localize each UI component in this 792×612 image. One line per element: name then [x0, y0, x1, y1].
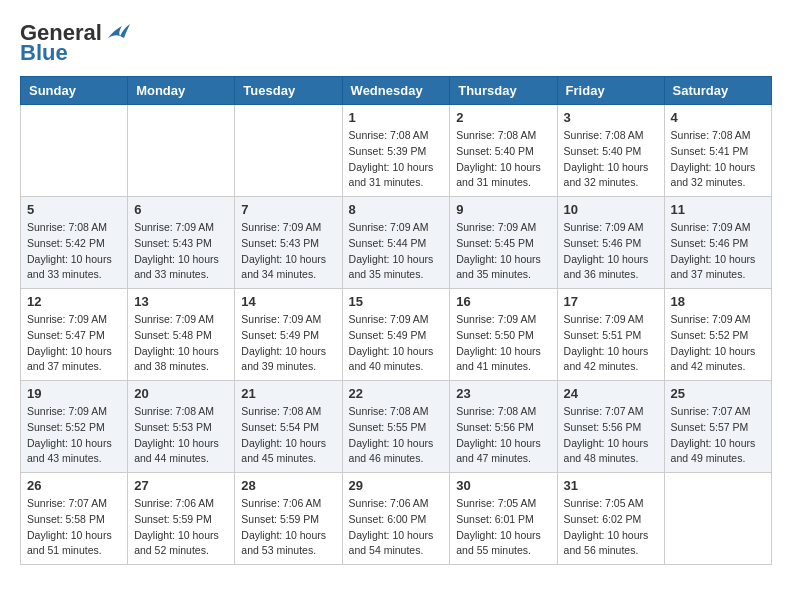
day-info: Sunrise: 7:09 AM Sunset: 5:51 PM Dayligh…: [564, 312, 658, 375]
day-number: 21: [241, 386, 335, 401]
day-number: 18: [671, 294, 765, 309]
page-header: General Blue: [20, 20, 772, 66]
day-number: 20: [134, 386, 228, 401]
calendar-cell: 28Sunrise: 7:06 AM Sunset: 5:59 PM Dayli…: [235, 473, 342, 565]
calendar-cell: 26Sunrise: 7:07 AM Sunset: 5:58 PM Dayli…: [21, 473, 128, 565]
day-info: Sunrise: 7:09 AM Sunset: 5:43 PM Dayligh…: [134, 220, 228, 283]
day-info: Sunrise: 7:08 AM Sunset: 5:40 PM Dayligh…: [564, 128, 658, 191]
calendar-cell: 15Sunrise: 7:09 AM Sunset: 5:49 PM Dayli…: [342, 289, 450, 381]
calendar-cell: 17Sunrise: 7:09 AM Sunset: 5:51 PM Dayli…: [557, 289, 664, 381]
day-info: Sunrise: 7:07 AM Sunset: 5:56 PM Dayligh…: [564, 404, 658, 467]
calendar-cell: 20Sunrise: 7:08 AM Sunset: 5:53 PM Dayli…: [128, 381, 235, 473]
calendar-cell: 8Sunrise: 7:09 AM Sunset: 5:44 PM Daylig…: [342, 197, 450, 289]
calendar-body: 1Sunrise: 7:08 AM Sunset: 5:39 PM Daylig…: [21, 105, 772, 565]
day-info: Sunrise: 7:09 AM Sunset: 5:44 PM Dayligh…: [349, 220, 444, 283]
day-info: Sunrise: 7:08 AM Sunset: 5:40 PM Dayligh…: [456, 128, 550, 191]
day-number: 24: [564, 386, 658, 401]
calendar-cell: 29Sunrise: 7:06 AM Sunset: 6:00 PM Dayli…: [342, 473, 450, 565]
calendar-cell: 16Sunrise: 7:09 AM Sunset: 5:50 PM Dayli…: [450, 289, 557, 381]
calendar-cell: 11Sunrise: 7:09 AM Sunset: 5:46 PM Dayli…: [664, 197, 771, 289]
day-number: 16: [456, 294, 550, 309]
day-info: Sunrise: 7:09 AM Sunset: 5:47 PM Dayligh…: [27, 312, 121, 375]
day-number: 6: [134, 202, 228, 217]
day-number: 29: [349, 478, 444, 493]
day-info: Sunrise: 7:08 AM Sunset: 5:39 PM Dayligh…: [349, 128, 444, 191]
calendar-table: SundayMondayTuesdayWednesdayThursdayFrid…: [20, 76, 772, 565]
weekday-header-tuesday: Tuesday: [235, 77, 342, 105]
day-number: 30: [456, 478, 550, 493]
day-info: Sunrise: 7:09 AM Sunset: 5:49 PM Dayligh…: [349, 312, 444, 375]
calendar-cell: 10Sunrise: 7:09 AM Sunset: 5:46 PM Dayli…: [557, 197, 664, 289]
day-info: Sunrise: 7:05 AM Sunset: 6:02 PM Dayligh…: [564, 496, 658, 559]
calendar-week-5: 26Sunrise: 7:07 AM Sunset: 5:58 PM Dayli…: [21, 473, 772, 565]
day-number: 5: [27, 202, 121, 217]
calendar-cell: 1Sunrise: 7:08 AM Sunset: 5:39 PM Daylig…: [342, 105, 450, 197]
calendar-week-4: 19Sunrise: 7:09 AM Sunset: 5:52 PM Dayli…: [21, 381, 772, 473]
calendar-week-1: 1Sunrise: 7:08 AM Sunset: 5:39 PM Daylig…: [21, 105, 772, 197]
calendar-cell: 27Sunrise: 7:06 AM Sunset: 5:59 PM Dayli…: [128, 473, 235, 565]
calendar-cell: 25Sunrise: 7:07 AM Sunset: 5:57 PM Dayli…: [664, 381, 771, 473]
calendar-cell: 9Sunrise: 7:09 AM Sunset: 5:45 PM Daylig…: [450, 197, 557, 289]
calendar-cell: 4Sunrise: 7:08 AM Sunset: 5:41 PM Daylig…: [664, 105, 771, 197]
day-number: 3: [564, 110, 658, 125]
day-number: 8: [349, 202, 444, 217]
day-number: 9: [456, 202, 550, 217]
calendar-cell: 23Sunrise: 7:08 AM Sunset: 5:56 PM Dayli…: [450, 381, 557, 473]
calendar-cell: 14Sunrise: 7:09 AM Sunset: 5:49 PM Dayli…: [235, 289, 342, 381]
day-info: Sunrise: 7:08 AM Sunset: 5:53 PM Dayligh…: [134, 404, 228, 467]
calendar-cell: 31Sunrise: 7:05 AM Sunset: 6:02 PM Dayli…: [557, 473, 664, 565]
calendar-cell: 7Sunrise: 7:09 AM Sunset: 5:43 PM Daylig…: [235, 197, 342, 289]
day-info: Sunrise: 7:09 AM Sunset: 5:52 PM Dayligh…: [671, 312, 765, 375]
weekday-header-sunday: Sunday: [21, 77, 128, 105]
weekday-header-thursday: Thursday: [450, 77, 557, 105]
day-info: Sunrise: 7:08 AM Sunset: 5:56 PM Dayligh…: [456, 404, 550, 467]
weekday-header-row: SundayMondayTuesdayWednesdayThursdayFrid…: [21, 77, 772, 105]
day-info: Sunrise: 7:05 AM Sunset: 6:01 PM Dayligh…: [456, 496, 550, 559]
day-number: 1: [349, 110, 444, 125]
day-info: Sunrise: 7:09 AM Sunset: 5:52 PM Dayligh…: [27, 404, 121, 467]
day-number: 14: [241, 294, 335, 309]
calendar-cell: 24Sunrise: 7:07 AM Sunset: 5:56 PM Dayli…: [557, 381, 664, 473]
day-number: 11: [671, 202, 765, 217]
day-number: 31: [564, 478, 658, 493]
day-number: 28: [241, 478, 335, 493]
weekday-header-saturday: Saturday: [664, 77, 771, 105]
calendar-cell: 3Sunrise: 7:08 AM Sunset: 5:40 PM Daylig…: [557, 105, 664, 197]
weekday-header-wednesday: Wednesday: [342, 77, 450, 105]
day-info: Sunrise: 7:06 AM Sunset: 6:00 PM Dayligh…: [349, 496, 444, 559]
day-number: 13: [134, 294, 228, 309]
day-info: Sunrise: 7:09 AM Sunset: 5:48 PM Dayligh…: [134, 312, 228, 375]
day-info: Sunrise: 7:09 AM Sunset: 5:43 PM Dayligh…: [241, 220, 335, 283]
weekday-header-monday: Monday: [128, 77, 235, 105]
day-number: 12: [27, 294, 121, 309]
day-info: Sunrise: 7:09 AM Sunset: 5:50 PM Dayligh…: [456, 312, 550, 375]
calendar-cell: 22Sunrise: 7:08 AM Sunset: 5:55 PM Dayli…: [342, 381, 450, 473]
day-number: 17: [564, 294, 658, 309]
weekday-header-friday: Friday: [557, 77, 664, 105]
day-info: Sunrise: 7:09 AM Sunset: 5:46 PM Dayligh…: [671, 220, 765, 283]
logo-bird-icon: [104, 22, 132, 44]
day-number: 15: [349, 294, 444, 309]
logo-blue-text: Blue: [20, 40, 68, 66]
day-number: 23: [456, 386, 550, 401]
day-number: 25: [671, 386, 765, 401]
day-info: Sunrise: 7:08 AM Sunset: 5:54 PM Dayligh…: [241, 404, 335, 467]
day-info: Sunrise: 7:09 AM Sunset: 5:46 PM Dayligh…: [564, 220, 658, 283]
calendar-cell: 12Sunrise: 7:09 AM Sunset: 5:47 PM Dayli…: [21, 289, 128, 381]
calendar-cell: 21Sunrise: 7:08 AM Sunset: 5:54 PM Dayli…: [235, 381, 342, 473]
calendar-cell: [235, 105, 342, 197]
day-number: 7: [241, 202, 335, 217]
calendar-week-2: 5Sunrise: 7:08 AM Sunset: 5:42 PM Daylig…: [21, 197, 772, 289]
calendar-week-3: 12Sunrise: 7:09 AM Sunset: 5:47 PM Dayli…: [21, 289, 772, 381]
day-number: 4: [671, 110, 765, 125]
day-number: 27: [134, 478, 228, 493]
day-number: 22: [349, 386, 444, 401]
calendar-cell: [128, 105, 235, 197]
day-number: 19: [27, 386, 121, 401]
calendar-cell: [21, 105, 128, 197]
calendar-cell: 13Sunrise: 7:09 AM Sunset: 5:48 PM Dayli…: [128, 289, 235, 381]
day-info: Sunrise: 7:07 AM Sunset: 5:58 PM Dayligh…: [27, 496, 121, 559]
calendar-cell: [664, 473, 771, 565]
day-info: Sunrise: 7:09 AM Sunset: 5:45 PM Dayligh…: [456, 220, 550, 283]
calendar-cell: 18Sunrise: 7:09 AM Sunset: 5:52 PM Dayli…: [664, 289, 771, 381]
